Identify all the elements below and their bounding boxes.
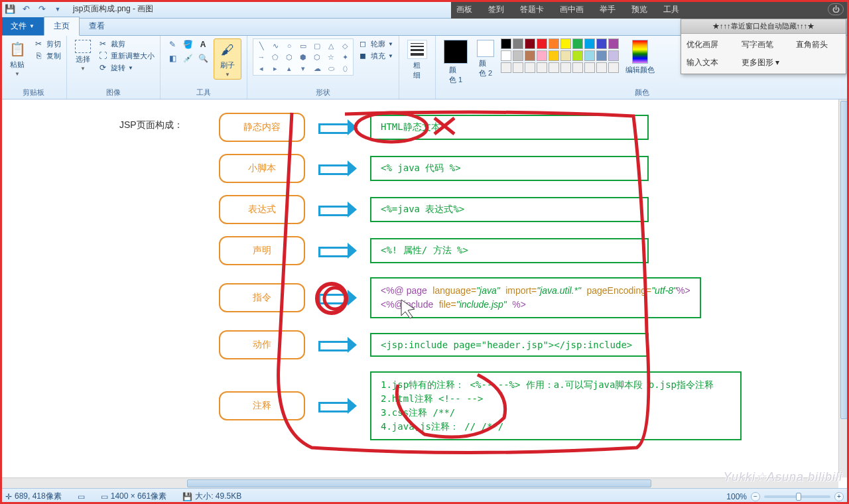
brush-icon: 🖌: [218, 40, 237, 59]
color-swatch[interactable]: [584, 62, 595, 73]
brush-button[interactable]: 🖌 刷子 ▼: [214, 38, 241, 80]
color-palette: [501, 38, 619, 73]
text-tool[interactable]: A: [196, 38, 210, 50]
fp-item-1[interactable]: 写字画笔: [742, 39, 786, 50]
zoom-in-button[interactable]: +: [834, 492, 844, 501]
color-swatch[interactable]: [525, 62, 535, 73]
color1-button[interactable]: 颜 色 1: [441, 38, 470, 86]
color-swatch[interactable]: [537, 50, 547, 61]
color-swatch[interactable]: [572, 38, 583, 49]
color-swatch[interactable]: [608, 62, 619, 73]
horizontal-scrollbar[interactable]: [0, 477, 838, 488]
h-scroll-thumb[interactable]: [187, 479, 651, 487]
resize-icon: ⛶: [98, 50, 108, 61]
darkbar-item-0[interactable]: 画板: [456, 4, 472, 15]
qat-dropdown-icon[interactable]: ▼: [50, 2, 65, 17]
rotate-label: 旋转: [111, 63, 125, 73]
darkbar-item-2[interactable]: 答题卡: [520, 4, 544, 15]
color-swatch[interactable]: [584, 38, 595, 49]
darkbar-item-5[interactable]: 预览: [631, 4, 647, 15]
picker-tool[interactable]: 💉: [181, 52, 194, 64]
color-swatch[interactable]: [549, 38, 559, 49]
pill-0: 静态内容: [219, 113, 305, 142]
color-swatch[interactable]: [501, 38, 511, 49]
zoom-out-button[interactable]: −: [751, 492, 760, 501]
color-swatch[interactable]: [501, 62, 511, 73]
color-swatch[interactable]: [537, 62, 547, 73]
diagram-row: 注释1.jsp特有的注释： <%-- --%> 作用：a.可以写java脚本段 …: [219, 371, 822, 440]
color-swatch[interactable]: [596, 50, 607, 61]
view-tab[interactable]: 查看: [80, 17, 114, 35]
file-tab[interactable]: 文件 ▼: [1, 17, 44, 35]
resize-button[interactable]: ⛶重新调整大小: [98, 50, 155, 61]
darkbar-item-4[interactable]: 举手: [600, 4, 616, 15]
color-swatch[interactable]: [584, 50, 595, 61]
cut-button[interactable]: ✂剪切: [33, 38, 61, 49]
stroke-button[interactable]: 粗 细: [405, 38, 430, 82]
canvas[interactable]: JSP页面构成： 静态内容HTML静态文本小脚本<% java 代码 %>表达式…: [0, 99, 849, 488]
fp-item-5[interactable]: [796, 57, 840, 68]
fill-label: 填充: [371, 51, 385, 61]
color-swatch[interactable]: [608, 38, 619, 49]
fill-tool[interactable]: 🪣: [181, 38, 194, 50]
zoom-thumb[interactable]: [796, 493, 801, 501]
fill-button[interactable]: ◼填充▼: [358, 50, 393, 61]
zoom-tool[interactable]: 🔍: [196, 52, 210, 64]
color-swatch[interactable]: [537, 38, 547, 49]
color-swatch[interactable]: [596, 62, 607, 73]
eraser-tool[interactable]: ◧: [166, 52, 179, 64]
arrow-icon: [318, 162, 357, 175]
content-box-3: <%! 属性/ 方法 %>: [370, 238, 649, 263]
tools-label: 工具: [166, 86, 241, 97]
select-button[interactable]: 选择 ▼: [72, 38, 94, 73]
redo-icon[interactable]: ↷: [34, 2, 49, 17]
outline-button[interactable]: ◻轮廓▼: [358, 38, 393, 49]
shape-gallery[interactable]: ╲∿○▭▢△◇ →⬠⬡⬢⬡☆✦ ◂▸▴▾☁⬭⬯: [253, 38, 354, 76]
darkbar-item-1[interactable]: 签到: [488, 4, 504, 15]
floating-panel[interactable]: ★↑↑↑靠近窗口处自动隐藏↑↑↑★ 优化画屏 写字画笔 直角箭头 输入文本 更多…: [681, 19, 846, 74]
color-swatch[interactable]: [513, 50, 523, 61]
power-icon[interactable]: ⏻: [828, 3, 844, 15]
fp-item-2[interactable]: 直角箭头: [796, 39, 840, 50]
color2-button[interactable]: 颜 色 2: [474, 38, 497, 80]
arrow-icon: [318, 399, 357, 412]
pill-2: 表达式: [219, 195, 305, 224]
paste-button[interactable]: 📋 粘贴 ▼: [5, 38, 29, 78]
edit-colors-button[interactable]: 编辑颜色: [623, 38, 657, 76]
color-swatch[interactable]: [549, 62, 559, 73]
copy-icon: ⎘: [33, 50, 44, 61]
darkbar-item-3[interactable]: 画中画: [560, 4, 584, 15]
crop-button[interactable]: ✂裁剪: [98, 38, 155, 49]
color-swatch[interactable]: [549, 50, 559, 61]
home-tab[interactable]: 主页: [44, 17, 80, 36]
color-swatch[interactable]: [560, 50, 571, 61]
color-swatch[interactable]: [501, 50, 511, 61]
color-swatch[interactable]: [513, 62, 523, 73]
save-icon[interactable]: 💾: [3, 2, 17, 17]
rainbow-icon: [632, 40, 648, 64]
color-swatch[interactable]: [525, 50, 535, 61]
fp-item-4[interactable]: 更多图形 ▾: [742, 57, 786, 68]
color-swatch[interactable]: [572, 62, 583, 73]
undo-icon[interactable]: ↶: [19, 2, 33, 17]
color-swatch[interactable]: [596, 38, 607, 49]
fp-item-0[interactable]: 优化画屏: [686, 39, 731, 50]
color-swatch[interactable]: [560, 38, 571, 49]
zoom-slider[interactable]: [764, 495, 830, 498]
diagram-row: 表达式<%=java 表达式%>: [219, 195, 822, 224]
color-swatch[interactable]: [572, 50, 583, 61]
color-swatch[interactable]: [560, 62, 571, 73]
pencil-tool[interactable]: ✎: [166, 38, 179, 50]
color-swatch[interactable]: [608, 50, 619, 61]
color-swatch[interactable]: [513, 38, 523, 49]
diagram-content: JSP页面构成： 静态内容HTML静态文本小脚本<% java 代码 %>表达式…: [0, 99, 849, 466]
rotate-button[interactable]: ⟳旋转 ▼: [98, 62, 155, 73]
rotate-icon: ⟳: [98, 62, 108, 73]
group-clipboard: 📋 粘贴 ▼ ✂剪切 ⎘复制 剪贴板: [0, 36, 67, 99]
copy-button[interactable]: ⎘复制: [33, 50, 61, 61]
status-selection: ▭: [78, 492, 85, 501]
fp-item-3[interactable]: 输入文本: [686, 57, 731, 68]
darkbar-item-6[interactable]: 工具: [663, 4, 679, 15]
color-swatch[interactable]: [525, 38, 535, 49]
outline-label: 轮廓: [371, 39, 385, 49]
